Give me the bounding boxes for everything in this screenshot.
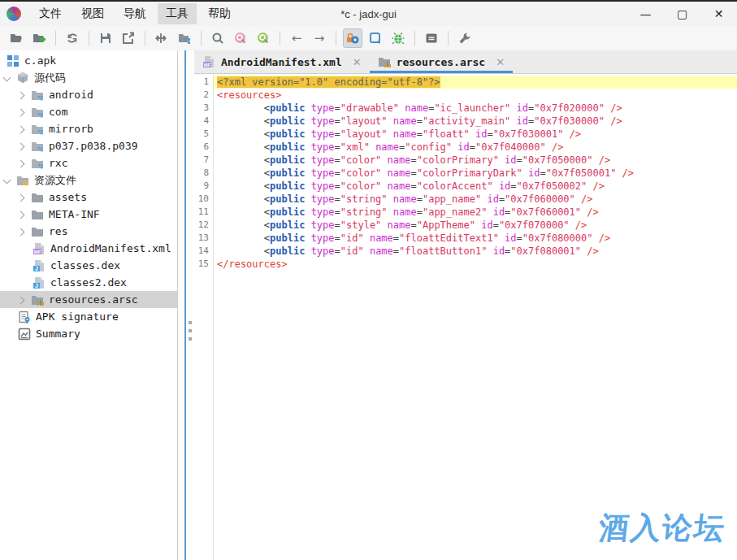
- maximize-button[interactable]: ▢: [664, 2, 700, 26]
- code-line[interactable]: <public type="drawable" name="ic_launche…: [214, 102, 737, 115]
- tree-item-classes2.dex[interactable]: Jclasses2.dex: [0, 274, 177, 291]
- menu-item[interactable]: 导航: [115, 3, 154, 24]
- code-content[interactable]: <?xml version="1.0" encoding="utf-8"?><r…: [214, 74, 737, 560]
- tree-item-label: AndroidManifest.xml: [50, 242, 171, 254]
- close-button[interactable]: ✕: [700, 2, 737, 26]
- code-line[interactable]: <public type="id" name="floattEditText1"…: [214, 232, 737, 245]
- code-segment-pln: <: [217, 102, 270, 114]
- chevron-right-icon[interactable]: [18, 92, 24, 98]
- code-segment-val: "color": [340, 154, 382, 166]
- main-area: c.apk源代码androidcommirrorbp037.p038.p039r…: [0, 50, 737, 560]
- debugger-button[interactable]: [388, 28, 408, 48]
- code-segment-attr: id: [505, 232, 516, 244]
- code-segment-pln: [364, 232, 370, 244]
- text-search-button[interactable]: [231, 28, 250, 48]
- code-segment-pln: =: [335, 128, 340, 140]
- code-line[interactable]: <public type="id" name="floattButton1" i…: [214, 245, 737, 258]
- code-line[interactable]: <?xml version="1.0" encoding="utf-8"?>: [214, 76, 737, 89]
- chevron-right-icon[interactable]: [18, 194, 24, 201]
- tree-item-res[interactable]: res: [0, 223, 177, 240]
- save-all-button[interactable]: [96, 28, 115, 48]
- search-button[interactable]: [208, 28, 228, 48]
- flatten-packages-button[interactable]: [152, 28, 171, 48]
- menu-item[interactable]: 文件: [31, 3, 70, 24]
- folder-icon: [31, 208, 44, 221]
- code-segment-pln: <: [217, 180, 270, 192]
- code-segment-pln: <: [217, 193, 270, 205]
- tree-item-rxc[interactable]: rxc: [0, 154, 177, 171]
- code-segment-val: "id": [340, 232, 364, 244]
- chevron-down-icon[interactable]: [3, 177, 10, 184]
- menu-item[interactable]: 视图: [73, 3, 112, 24]
- tree-item-classes.dex[interactable]: Jclasses.dex: [0, 257, 177, 274]
- code-line[interactable]: <public type="string" name="app_name" id…: [214, 193, 737, 206]
- tree-item-assets[interactable]: assets: [0, 189, 177, 206]
- tree-item-android[interactable]: android: [0, 86, 177, 103]
- folder-icon: [31, 191, 44, 204]
- sync-with-editor-button[interactable]: [175, 28, 194, 48]
- chevron-right-icon[interactable]: [18, 109, 24, 115]
- code-line[interactable]: <public type="layout" name="activity_mai…: [214, 115, 737, 128]
- tree-editor-splitter[interactable]: [178, 50, 194, 560]
- code-line[interactable]: <public type="xml" name="config" id="0x7…: [214, 141, 737, 154]
- tree-item-androidmanifest.xml[interactable]: MFAndroidManifest.xml: [0, 240, 177, 257]
- code-line[interactable]: <public type="string" name="app_name2" i…: [214, 206, 737, 219]
- class-search-button[interactable]: [254, 28, 273, 48]
- svg-text:J: J: [35, 282, 38, 288]
- code-line[interactable]: <public type="color" name="colorPrimary"…: [214, 154, 737, 167]
- code-segment-pln: [305, 180, 310, 192]
- code-line[interactable]: <public type="color" name="colorPrimaryD…: [214, 167, 737, 180]
- tab-resources.arsc[interactable]: resources.arsc✕: [370, 50, 513, 73]
- code-segment-pln: <: [217, 115, 270, 127]
- code-line[interactable]: </resources>: [214, 258, 737, 271]
- nav-back-button[interactable]: ←: [287, 28, 306, 48]
- tree-item-mirrorb[interactable]: mirrorb: [0, 120, 177, 137]
- tab-close-icon[interactable]: ✕: [353, 56, 362, 68]
- code-line[interactable]: <resources>: [214, 89, 737, 102]
- tree-item-c.apk[interactable]: c.apk: [0, 52, 177, 69]
- chevron-right-icon[interactable]: [18, 143, 24, 150]
- tree-item-com[interactable]: com: [0, 103, 177, 120]
- open-files-button[interactable]: [7, 28, 26, 48]
- code-line[interactable]: <public type="layout" name="floatt" id="…: [214, 128, 737, 141]
- chevron-right-icon[interactable]: [18, 228, 24, 235]
- menu-item[interactable]: 帮助: [200, 3, 239, 24]
- line-number: 11: [194, 206, 213, 219]
- tree-item--[interactable]: 源代码: [0, 69, 177, 86]
- toolbar-separator: [280, 31, 280, 46]
- preferences-button[interactable]: [455, 28, 475, 48]
- code-segment-pln: =: [470, 141, 475, 153]
- editor-panel: MFAndroidManifest.xml✕resources.arsc✕ 12…: [194, 50, 737, 560]
- reload-button[interactable]: [63, 28, 82, 48]
- tab-close-icon[interactable]: ✕: [496, 56, 505, 68]
- code-line[interactable]: <public type="style" name="AppTheme" id=…: [214, 219, 737, 232]
- chevron-right-icon[interactable]: [18, 211, 24, 218]
- deobfuscation-icon: [345, 32, 360, 45]
- code-segment-tag: />: [587, 180, 605, 192]
- chevron-right-icon[interactable]: [18, 160, 24, 167]
- tree-item-label: Summary: [36, 328, 80, 340]
- tree-item-resources.arsc[interactable]: resources.arsc: [0, 291, 177, 308]
- nav-forward-button[interactable]: →: [310, 28, 329, 48]
- tree-item-meta-inf[interactable]: META-INF: [0, 206, 177, 223]
- log-viewer-button[interactable]: [422, 28, 441, 48]
- tree-item-p037.p038.p039[interactable]: p037.p038.p039: [0, 137, 177, 154]
- add-files-button[interactable]: [29, 28, 49, 48]
- tree-item--[interactable]: 资源文件: [0, 171, 177, 189]
- splitter-grip-icon[interactable]: [189, 321, 192, 345]
- chevron-down-icon[interactable]: [3, 75, 10, 81]
- menu-item[interactable]: 工具: [158, 3, 197, 24]
- tree-item-apk-signature[interactable]: APK signature: [0, 308, 177, 325]
- deobfuscation-button[interactable]: [343, 28, 362, 48]
- chevron-right-icon[interactable]: [18, 297, 24, 303]
- code-line[interactable]: <public type="color" name="colorAccent" …: [214, 180, 737, 193]
- code-segment-attr: name: [370, 245, 393, 257]
- export-button[interactable]: [119, 28, 138, 48]
- tree-item-summary[interactable]: Summary: [0, 325, 177, 342]
- code-segment-attr: type: [311, 154, 335, 166]
- tab-androidmanifest.xml[interactable]: MFAndroidManifest.xml✕: [194, 50, 370, 73]
- quark-report-button[interactable]: [366, 28, 385, 48]
- minimize-button[interactable]: —: [627, 2, 664, 26]
- toolbar-separator: [89, 31, 89, 46]
- chevron-right-icon[interactable]: [18, 126, 24, 132]
